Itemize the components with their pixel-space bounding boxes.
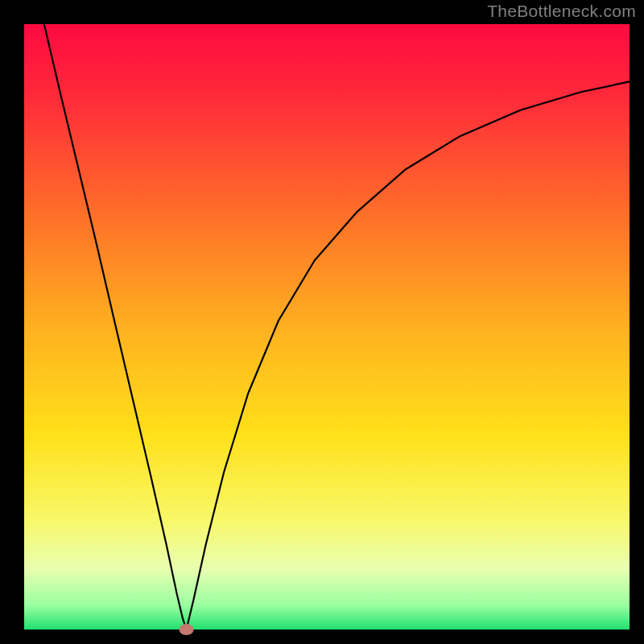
minimum-marker <box>180 624 194 635</box>
chart-svg <box>0 0 644 644</box>
watermark-text: TheBottleneck.com <box>487 2 636 21</box>
chart-root: TheBottleneck.com <box>0 0 644 644</box>
